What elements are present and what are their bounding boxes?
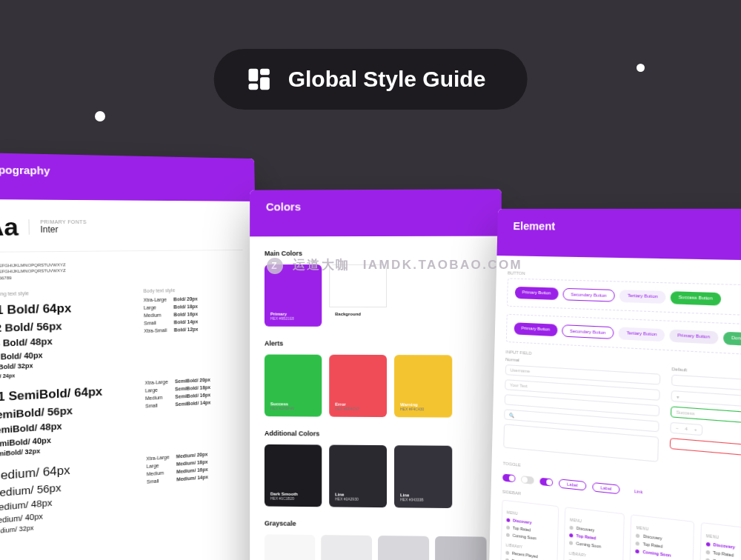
error-input[interactable] <box>670 438 741 464</box>
body-size-label: Small <box>144 320 167 326</box>
sidebar-preview: MENUDiscoveryTop RatedComing SoonLIBRARY… <box>698 522 741 560</box>
body-size-label: Xtra-Large <box>144 297 167 302</box>
color-swatch: Grayscale 20HEX #EAEAEC <box>321 535 372 560</box>
sidebar-item-label: Coming Soon <box>576 541 601 549</box>
font-name: Inter <box>40 224 87 235</box>
button-sample[interactable]: Primary Button <box>669 329 718 344</box>
dot-icon <box>636 533 639 538</box>
body-size-label: Xtra-Large <box>146 454 169 461</box>
panel-header: Typography <box>0 153 255 201</box>
color-swatch: PrimaryHEX #9B21E8 <box>265 264 322 327</box>
watermark-logo-icon: Z <box>267 258 283 274</box>
color-swatch: Grayscale 30HEX #D8D8DC <box>378 536 429 560</box>
dot-icon <box>569 541 573 545</box>
swatch-hex: HEX #EF4C57 <box>335 407 381 411</box>
body-spec: Bold/ 16px <box>173 310 244 317</box>
body-size-label: Large <box>147 462 170 469</box>
body-size-label: Small <box>145 402 168 408</box>
body-size-label: Medium <box>147 470 170 476</box>
primary-fonts-label: PRIMARY FONTS <box>40 219 87 224</box>
swatch-hex: HEX #1C1B20 <box>270 496 316 501</box>
toggle-switch[interactable] <box>502 473 515 482</box>
quantity-stepper[interactable]: −4+ <box>670 422 702 436</box>
body-spec: Bold/ 14px <box>174 318 245 324</box>
body-spec: SemiBold/ 14px <box>176 398 245 407</box>
link-chip[interactable]: Link <box>626 487 651 497</box>
dot-icon <box>636 549 639 553</box>
body-spec: Bold/ 18px <box>173 303 244 310</box>
dot-icon <box>636 541 639 545</box>
dot-icon <box>570 525 574 530</box>
body-spec: SemiBold/ 18px <box>175 383 245 391</box>
button-sample[interactable]: Done Button <box>723 332 741 347</box>
dot-icon <box>505 550 509 555</box>
dot-icon <box>506 525 510 530</box>
body-spec: SemiBold/ 20px <box>175 376 245 384</box>
dot-icon <box>705 541 710 546</box>
chip[interactable]: Label <box>592 482 620 494</box>
sidebar-item-label: Coming Soon <box>513 533 536 541</box>
button-sample[interactable]: Primary Button <box>514 322 558 336</box>
alphabet-sample: ABCDEFGHIJKLMNOPQRSTUVWXYZ ABCDEFGHIJKLM… <box>0 260 243 281</box>
dot-icon <box>506 518 510 522</box>
color-swatch: ErrorHEX #EF4C57 <box>329 355 387 417</box>
body-size-label: Medium <box>145 395 168 401</box>
swatch-hex: HEX #2FBF49 <box>270 406 316 410</box>
body-label: Body text style <box>143 287 243 293</box>
dot-icon <box>705 550 710 554</box>
swatch-hex: HEX #34333B <box>400 497 446 502</box>
sidebar-preview: MENUDiscoveryTop RatedComing SoonLIBRARY… <box>563 507 625 560</box>
button-sample[interactable]: Success Button <box>671 291 721 305</box>
section-title: Alerts <box>265 340 487 348</box>
color-swatch: LineHEX #2A2930 <box>329 445 387 508</box>
color-swatch: WarningHEX #F4C430 <box>394 355 452 418</box>
button-sample[interactable]: Secondary Button <box>562 324 614 339</box>
dot-icon <box>569 533 573 537</box>
button-sample[interactable]: Tertiary Button <box>619 327 665 341</box>
body-size-label: Medium <box>144 313 167 319</box>
body-size-label: Large <box>145 387 168 393</box>
button-sample[interactable]: Secondary Button <box>562 288 615 302</box>
body-size-label: Xtra-Large <box>145 379 168 385</box>
section-title: Grayscale <box>265 519 487 529</box>
element-panel: Element BUTTON Primary ButtonSecondary B… <box>486 209 741 560</box>
font-sample: Aa <box>0 213 19 241</box>
toggle-switch[interactable] <box>539 478 553 487</box>
body-spec: Bold/ 12px <box>174 325 245 333</box>
body-size-label: Large <box>144 304 167 310</box>
swatch-hex: HEX #F1F3F7 <box>335 316 381 321</box>
color-swatch: SuccessHEX #2FBF49 <box>265 355 322 417</box>
heading-label: Heading text style <box>0 289 128 297</box>
body-size-label: Xtra-Small <box>144 328 167 334</box>
color-swatch: LineHEX #34333B <box>394 445 452 508</box>
sidebar-preview: MENUDiscoveryTop RatedComing SoonLIBRARY… <box>500 500 559 560</box>
body-size-label: Small <box>147 477 170 484</box>
button-sample[interactable]: Primary Button <box>515 287 559 300</box>
color-swatch: Grayscale 40HEX #C2C2C8 <box>435 536 486 560</box>
swatch-hex: HEX #9B21E8 <box>270 316 316 321</box>
color-swatch: Grayscale 10HEX #F7F7F8 <box>265 534 315 560</box>
swatch-hex: HEX #F4C430 <box>400 407 446 411</box>
color-swatch: Dark SmoothHEX #1C1B20 <box>265 444 322 507</box>
body-spec: Bold/ 20px <box>173 296 244 302</box>
colors-panel: Colors Main ColorsPrimaryHEX #9B21E8Back… <box>250 189 502 560</box>
section-title: Additional Colors <box>265 430 487 439</box>
sidebar-preview: MENUDiscoveryTop RatedComing SoonLIBRARY… <box>629 514 694 560</box>
panel-header: Element <box>496 209 741 262</box>
swatch-hex: HEX #2A2930 <box>335 496 381 501</box>
sidebar-item-label: Coming Soon <box>642 550 671 558</box>
chip[interactable]: Label <box>559 479 586 490</box>
button-sample[interactable]: Tertiary Button <box>619 290 666 304</box>
typography-panel: Typography Aa PRIMARY FONTS Inter ABCDEF… <box>0 153 263 560</box>
panel-header: Colors <box>250 189 502 236</box>
toggle-switch[interactable] <box>521 476 534 484</box>
watermark: Z 运道大咖 IAMDK.TAOBAO.COM <box>267 256 522 274</box>
dot-icon <box>506 533 510 537</box>
color-swatch: BackgroundHEX #F1F3F7 <box>329 264 387 327</box>
